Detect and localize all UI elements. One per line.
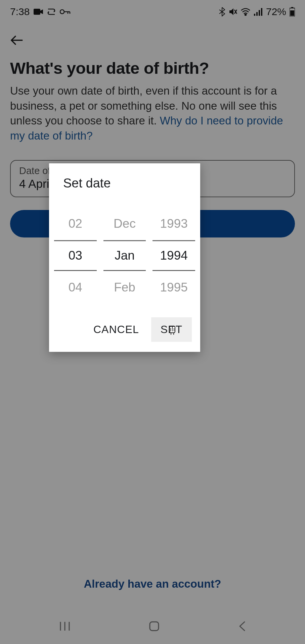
date-picker: 02 03 04 Dec Jan Feb 1993 1994 1995 (49, 201, 200, 314)
dialog-button-row: CANCEL SET (49, 314, 200, 352)
month-prev[interactable]: Dec (103, 207, 146, 240)
month-picker[interactable]: Dec Jan Feb (103, 207, 146, 304)
month-selected[interactable]: Jan (103, 240, 146, 271)
set-button[interactable]: SET (151, 317, 192, 342)
year-selected[interactable]: 1994 (152, 240, 195, 271)
day-picker[interactable]: 02 03 04 (54, 207, 97, 304)
month-next[interactable]: Feb (103, 271, 146, 304)
day-next[interactable]: 04 (54, 271, 97, 304)
cursor-icon (168, 325, 177, 338)
year-picker[interactable]: 1993 1994 1995 (152, 207, 195, 304)
date-picker-dialog: Set date 02 03 04 Dec Jan Feb 1993 1994 … (49, 163, 200, 352)
day-prev[interactable]: 02 (54, 207, 97, 240)
day-selected[interactable]: 03 (54, 240, 97, 271)
dialog-title: Set date (49, 163, 200, 201)
year-prev[interactable]: 1993 (152, 207, 195, 240)
year-next[interactable]: 1995 (152, 271, 195, 304)
cancel-button[interactable]: CANCEL (84, 317, 148, 342)
